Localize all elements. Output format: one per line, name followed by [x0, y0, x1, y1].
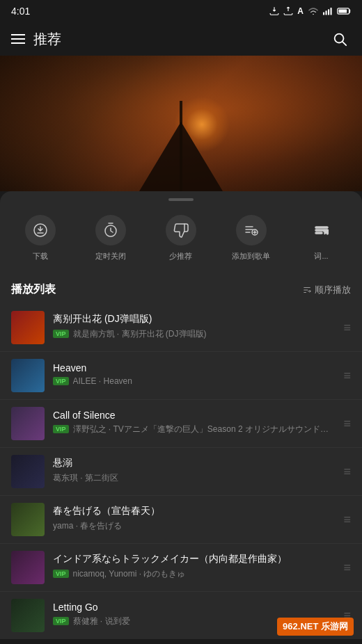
vip-badge: VIP	[53, 330, 69, 338]
track-meta: AILEE · Heaven	[73, 376, 132, 386]
status-icons: A	[269, 6, 351, 16]
track-thumbnail	[11, 455, 45, 488]
status-time: 4:01	[11, 6, 30, 17]
thumbs-down-icon-circle	[166, 215, 196, 245]
drag-bar	[168, 198, 194, 201]
track-info: 悬溺 葛东琪 · 第二街区	[53, 457, 335, 487]
drag-handle[interactable]: ≡	[343, 369, 351, 383]
bottom-sheet: 下载 定时关闭 少推荐	[0, 191, 362, 639]
track-item[interactable]: 悬溺 葛东琪 · 第二街区 ≡	[0, 448, 362, 496]
status-bar: 4:01 A	[0, 0, 362, 22]
header: 推荐	[0, 22, 362, 56]
more-icon: 词	[313, 222, 330, 239]
track-meta-row: VIP 就是南方凯 · 离别开出花 (DJ弹唱版)	[53, 328, 335, 340]
add-playlist-icon-circle	[236, 215, 267, 245]
track-meta-row: 葛东琪 · 第二街区	[53, 472, 335, 484]
more-label: 词...	[314, 251, 328, 261]
add-playlist-button[interactable]: 添加到歌单	[230, 215, 272, 261]
sort-button[interactable]: 顺序播放	[302, 284, 351, 296]
signal-icon	[323, 6, 333, 16]
track-thumbnail	[11, 407, 45, 440]
watermark: 962.NET 乐游网	[277, 618, 354, 636]
track-item[interactable]: Call of Silence VIP 澤野弘之 · TVアニメ「進撃の巨人」S…	[0, 400, 362, 448]
more-icon-circle: 词	[306, 215, 337, 245]
track-item[interactable]: 离别开出花 (DJ弹唱版) VIP 就是南方凯 · 离别开出花 (DJ弹唱版) …	[0, 304, 362, 352]
battery-icon	[337, 7, 351, 15]
thumb-inner	[11, 407, 45, 440]
svg-line-7	[343, 42, 346, 45]
download-icon-circle	[25, 215, 56, 245]
add-playlist-icon	[243, 222, 260, 239]
timer-button[interactable]: 定时关闭	[90, 215, 132, 261]
less-recommend-label: 少推荐	[169, 251, 192, 261]
track-thumbnail	[11, 503, 45, 536]
thumb-inner	[11, 359, 45, 392]
upload-status-icon	[283, 6, 293, 16]
action-row: 下载 定时关闭 少推荐	[0, 204, 362, 273]
svg-rect-18	[315, 227, 328, 228]
track-name-row: 悬溺	[53, 457, 335, 469]
more-button[interactable]: 词 词...	[301, 215, 343, 261]
track-info: 春を告げる（宣告春天） yama · 春を告げる	[53, 505, 335, 535]
drag-handle[interactable]: ≡	[343, 417, 351, 431]
drag-handle[interactable]: ≡	[343, 465, 351, 479]
svg-rect-20	[315, 232, 322, 234]
track-meta: 蔡健雅 · 说到爱	[73, 615, 130, 627]
track-thumbnail	[11, 311, 45, 344]
sort-icon	[302, 285, 312, 295]
thumb-inner	[11, 599, 45, 632]
track-name-row: 离别开出花 (DJ弹唱版)	[53, 313, 335, 325]
track-name-row: インドア系ならトラックメイカー（内向都是作曲家）	[53, 553, 335, 565]
menu-button[interactable]	[11, 34, 25, 44]
track-item[interactable]: 春を告げる（宣告春天） yama · 春を告げる ≡	[0, 496, 362, 544]
track-item[interactable]: インドア系ならトラックメイカー（内向都是作曲家） VIP nicamoq, Yu…	[0, 544, 362, 592]
vip-badge: VIP	[53, 570, 69, 578]
less-recommend-button[interactable]: 少推荐	[160, 215, 202, 261]
track-info: Heaven VIP AILEE · Heaven	[53, 362, 335, 389]
track-name: 春を告げる（宣告春天）	[53, 505, 160, 517]
track-item[interactable]: Heaven VIP AILEE · Heaven ≡	[0, 352, 362, 400]
thumb-inner	[11, 455, 45, 488]
svg-rect-0	[323, 12, 324, 15]
search-button[interactable]	[329, 28, 351, 50]
app-badge-icon: A	[297, 6, 304, 16]
svg-rect-1	[326, 10, 327, 15]
svg-rect-2	[328, 9, 329, 15]
track-thumbnail	[11, 551, 45, 584]
search-icon	[332, 31, 347, 47]
svg-text:词: 词	[324, 230, 329, 234]
header-left: 推荐	[11, 30, 61, 49]
track-info: インドア系ならトラックメイカー（内向都是作曲家） VIP nicamoq, Yu…	[53, 553, 335, 583]
playlist-header: 播放列表 顺序播放	[0, 273, 362, 304]
download-button[interactable]: 下载	[19, 215, 61, 261]
drag-indicator[interactable]	[0, 191, 362, 204]
sort-label: 顺序播放	[315, 284, 351, 296]
track-meta-row: VIP nicamoq, Yunomi · ゆのもきゅ	[53, 568, 335, 580]
track-thumbnail	[11, 359, 45, 392]
drag-handle[interactable]: ≡	[343, 321, 351, 335]
track-meta: nicamoq, Yunomi · ゆのもきゅ	[73, 568, 186, 580]
download-label: 下载	[33, 251, 48, 261]
download-status-icon	[269, 6, 279, 16]
track-list: 离别开出花 (DJ弹唱版) VIP 就是南方凯 · 离别开出花 (DJ弹唱版) …	[0, 304, 362, 639]
hero-banner	[0, 56, 362, 191]
track-thumbnail	[11, 599, 45, 632]
thumb-inner	[11, 503, 45, 536]
drag-handle[interactable]: ≡	[343, 513, 351, 527]
page-title: 推荐	[33, 30, 61, 49]
track-name-row: Heaven	[53, 362, 335, 373]
thumb-inner	[11, 551, 45, 584]
thumb-inner	[11, 311, 45, 344]
timer-label: 定时关闭	[95, 251, 126, 261]
wifi-icon	[308, 6, 319, 16]
track-name-row: Call of Silence	[53, 410, 335, 421]
vip-badge: VIP	[53, 425, 69, 433]
drag-handle[interactable]: ≡	[343, 561, 351, 575]
track-name: Heaven	[53, 362, 86, 373]
track-meta-row: VIP AILEE · Heaven	[53, 376, 335, 386]
svg-rect-5	[339, 10, 347, 13]
vip-badge: VIP	[53, 377, 69, 385]
track-name: インドア系ならトラックメイカー（内向都是作曲家）	[53, 553, 287, 565]
track-meta-row: yama · 春を告げる	[53, 520, 335, 532]
track-name: 悬溺	[53, 457, 72, 469]
